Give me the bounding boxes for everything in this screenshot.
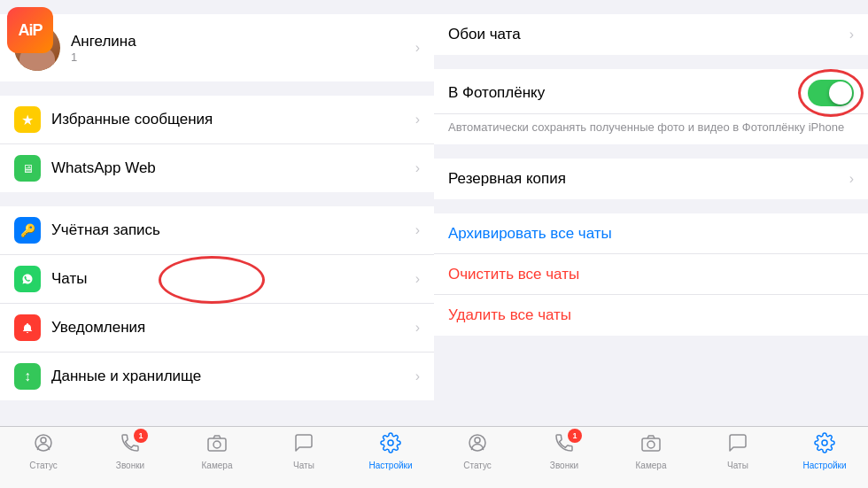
tab-settings-left[interactable]: Настройки [347, 432, 434, 470]
account-icon: 🔑 [14, 217, 41, 244]
chats-icon [14, 266, 41, 292]
menu-item-storage[interactable]: ↕ Данные и хранилище › [0, 352, 434, 400]
aip-logo: AiP [7, 7, 53, 53]
left-tab-bar: Статус 1 Звонки Камера [0, 426, 434, 488]
tab-camera-label-left: Камера [202, 461, 233, 470]
settings-photolibrary[interactable]: В Фотоплёнку [434, 69, 868, 114]
calls-tab-icon-right: 1 [554, 432, 575, 459]
tab-calls-left[interactable]: 1 Звонки [87, 432, 174, 470]
archive-label: Архивировать все чаты [448, 225, 612, 243]
svg-point-3 [41, 438, 46, 443]
backup-label: Резервная копия [448, 170, 849, 188]
tab-calls-right[interactable]: 1 Звонки [521, 432, 608, 470]
tab-settings-label-left: Настройки [368, 461, 412, 470]
chats-item-wrapper: Чаты › [0, 255, 434, 304]
tab-calls-label-right: Звонки [550, 461, 578, 470]
svg-point-8 [475, 438, 480, 443]
profile-info: Ангелина 1 [71, 33, 415, 64]
calls-badge-left: 1 [134, 429, 148, 443]
chats-chevron: › [415, 271, 420, 287]
right-tab-bar: Статус 1 Звонки Камера [434, 426, 868, 488]
right-panel: Обои чата › В Фотоплёнку Автоматически с… [434, 0, 868, 488]
tab-status-label-left: Статус [29, 461, 58, 470]
settings-group-4: Архивировать все чаты Очистить все чаты … [434, 213, 868, 336]
svg-point-6 [388, 440, 393, 445]
storage-icon: ↕ [14, 363, 41, 390]
tab-status-right[interactable]: Статус [434, 432, 521, 470]
settings-group-1: Обои чата › [434, 14, 868, 55]
backup-chevron: › [849, 171, 854, 187]
chats-label: Чаты [51, 270, 415, 288]
whatsapp-web-chevron: › [415, 160, 420, 176]
settings-backup[interactable]: Резервная копия › [434, 159, 868, 199]
photolibrary-subtitle: Автоматически сохранять полученные фото … [434, 114, 868, 144]
tab-status-label-right: Статус [463, 461, 492, 470]
chats-tab-icon-right [727, 432, 748, 459]
camera-tab-icon-right [640, 432, 662, 459]
menu-item-account[interactable]: 🔑 Учётная запись › [0, 206, 434, 255]
starred-chevron: › [415, 112, 420, 128]
photolibrary-label: В Фотоплёнку [448, 84, 808, 102]
starred-icon: ★ [14, 106, 41, 133]
svg-rect-4 [208, 438, 226, 451]
notifications-label: Уведомления [51, 319, 415, 337]
toggle-knob [829, 81, 852, 105]
profile-name: Ангелина [71, 33, 415, 50]
camera-tab-icon [206, 432, 228, 459]
left-panel: AiP Ангелина 1 › ★ Избранные сообщения ›… [0, 0, 434, 488]
tab-camera-left[interactable]: Камера [174, 432, 260, 470]
toggle-container [808, 80, 854, 106]
account-chevron: › [415, 222, 420, 238]
photolibrary-toggle[interactable] [808, 80, 854, 106]
settings-tab-icon [380, 432, 401, 459]
settings-wallpaper[interactable]: Обои чата › [434, 14, 868, 55]
status-tab-icon [33, 432, 54, 459]
settings-clear[interactable]: Очистить все чаты [434, 254, 868, 295]
tab-chats-label-right: Чаты [727, 461, 748, 470]
delete-label: Удалить все чаты [448, 306, 571, 324]
menu-item-notifications[interactable]: Уведомления › [0, 304, 434, 352]
svg-rect-9 [642, 438, 660, 451]
whatsapp-web-icon: 🖥 [14, 155, 41, 182]
svg-point-11 [822, 440, 827, 445]
tab-settings-right[interactable]: Настройки [781, 432, 868, 470]
menu-item-chats[interactable]: Чаты › [0, 255, 434, 304]
storage-chevron: › [415, 368, 420, 384]
starred-label: Избранные сообщения [51, 111, 415, 128]
calls-tab-icon: 1 [120, 432, 141, 459]
settings-archive[interactable]: Архивировать все чаты [434, 213, 868, 254]
tab-settings-label-right: Настройки [802, 461, 846, 470]
tab-calls-label-left: Звонки [116, 461, 144, 470]
clear-label: Очистить все чаты [448, 266, 579, 283]
profile-chevron: › [415, 40, 420, 56]
menu-group-1: ★ Избранные сообщения › 🖥 WhatsApp Web › [0, 96, 434, 192]
tab-chats-left[interactable]: Чаты [260, 432, 347, 470]
storage-label: Данные и хранилище [51, 368, 415, 385]
profile-sub: 1 [71, 50, 415, 64]
chats-tab-icon [293, 432, 314, 459]
svg-point-10 [647, 441, 655, 448]
menu-group-2: 🔑 Учётная запись › Чаты › [0, 206, 434, 400]
tab-status-left[interactable]: Статус [0, 432, 87, 470]
menu-item-starred[interactable]: ★ Избранные сообщения › [0, 96, 434, 144]
profile-row[interactable]: Ангелина 1 › [0, 14, 434, 81]
wallpaper-label: Обои чата [448, 26, 849, 43]
settings-group-3: Резервная копия › [434, 159, 868, 199]
aip-logo-text: AiP [18, 21, 42, 40]
calls-badge-right: 1 [568, 429, 582, 443]
tab-camera-right[interactable]: Камера [608, 432, 694, 470]
svg-point-5 [213, 441, 221, 448]
settings-tab-icon-right [814, 432, 835, 459]
tab-chats-right[interactable]: Чаты [694, 432, 781, 470]
status-tab-icon-right [467, 432, 488, 459]
settings-group-2: В Фотоплёнку Автоматически сохранять пол… [434, 69, 868, 144]
settings-delete[interactable]: Удалить все чаты [434, 295, 868, 336]
menu-item-whatsapp-web[interactable]: 🖥 WhatsApp Web › [0, 144, 434, 192]
notifications-icon [14, 314, 41, 341]
whatsapp-web-label: WhatsApp Web [51, 159, 415, 177]
tab-camera-label-right: Камера [636, 461, 667, 470]
tab-chats-label-left: Чаты [293, 461, 314, 470]
notifications-chevron: › [415, 320, 420, 336]
wallpaper-chevron: › [849, 27, 854, 43]
account-label: Учётная запись [51, 221, 415, 239]
